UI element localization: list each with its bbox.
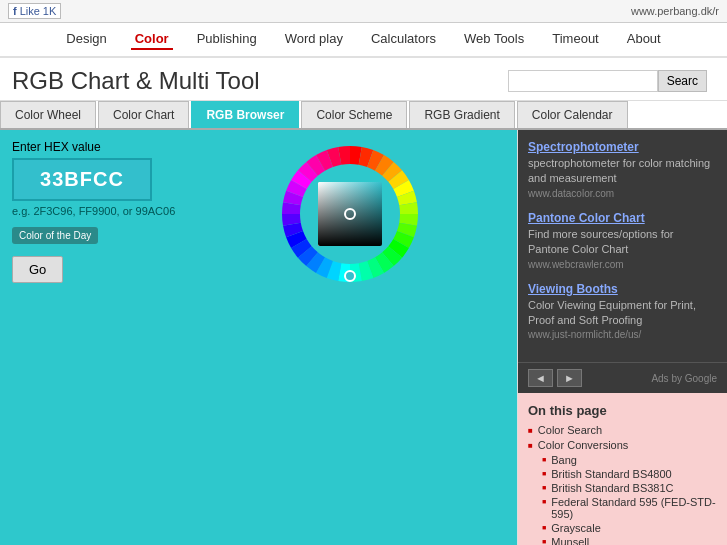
ad-url: www.webcrawler.com	[528, 259, 717, 270]
on-page-item[interactable]: ■British Standard BS381C	[528, 482, 717, 494]
nav-item-about[interactable]: About	[623, 29, 665, 50]
ads-by-label: Ads by Google	[651, 373, 717, 384]
ads-next-button[interactable]: ►	[557, 369, 582, 387]
on-page-item[interactable]: ■British Standard BS4800	[528, 468, 717, 480]
on-page-item[interactable]: ■Grayscale	[528, 522, 717, 534]
nav-item-color[interactable]: Color	[131, 29, 173, 50]
on-page-sub-label: Bang	[551, 454, 577, 466]
tab-color-wheel[interactable]: Color Wheel	[0, 101, 96, 128]
search-input[interactable]	[508, 70, 658, 92]
tab-color-chart[interactable]: Color Chart	[98, 101, 189, 128]
on-this-page-title: On this page	[528, 403, 717, 418]
ad-title[interactable]: Viewing Booths	[528, 282, 717, 296]
nav-item-calculators[interactable]: Calculators	[367, 29, 440, 50]
on-page-sub-label: British Standard BS381C	[551, 482, 673, 494]
hex-input[interactable]: 33BFCC	[12, 158, 152, 201]
color-wheel-area	[195, 140, 505, 287]
color-of-day-button[interactable]: Color of the Day	[12, 227, 98, 244]
ads-navigation: ◄ ► Ads by Google	[518, 362, 727, 393]
go-button[interactable]: Go	[12, 256, 63, 283]
svg-point-4[interactable]	[345, 271, 355, 281]
ad-item: Viewing Booths Color Viewing Equipment f…	[528, 282, 717, 341]
on-page-item[interactable]: ■Federal Standard 595 (FED-STD-595)	[528, 496, 717, 520]
ad-desc: spectrophotometer for color matching and…	[528, 156, 717, 187]
tab-rgb-browser[interactable]: RGB Browser	[191, 101, 299, 128]
on-page-item[interactable]: ■Color Conversions	[528, 439, 717, 451]
fb-count: 1K	[43, 5, 56, 17]
on-page-label: Color Search	[538, 424, 602, 436]
facebook-icon: f	[13, 5, 17, 17]
on-page-label: Color Conversions	[538, 439, 628, 451]
content-area: Enter HEX value 33BFCC e.g. 2F3C96, FF99…	[0, 130, 727, 545]
tabs-bar: Color WheelColor ChartRGB BrowserColor S…	[0, 101, 727, 130]
ad-desc: Find more sources/options for Pantone Co…	[528, 227, 717, 258]
on-page-sub-label: British Standard BS4800	[551, 468, 671, 480]
tab-rgb-gradient[interactable]: RGB Gradient	[409, 101, 514, 128]
svg-rect-2	[318, 182, 382, 246]
tab-color-calendar[interactable]: Color Calendar	[517, 101, 628, 128]
nav-item-web-tools[interactable]: Web Tools	[460, 29, 528, 50]
search-row: Searc	[500, 66, 715, 96]
on-this-page-section: On this page ■Color Search■Color Convers…	[518, 393, 727, 545]
ad-desc: Color Viewing Equipment for Print, Proof…	[528, 298, 717, 329]
fb-like-button[interactable]: f Like 1K	[8, 3, 61, 19]
on-page-item[interactable]: ■Munsell	[528, 536, 717, 545]
ad-item: Spectrophotometer spectrophotometer for …	[528, 140, 717, 199]
color-wheel-svg[interactable]	[280, 144, 420, 284]
nav-item-publishing[interactable]: Publishing	[193, 29, 261, 50]
tab-color-scheme[interactable]: Color Scheme	[301, 101, 407, 128]
nav-item-word-play[interactable]: Word play	[281, 29, 347, 50]
top-bar: f Like 1K www.perbang.dk/r	[0, 0, 727, 23]
on-page-sub-label: Grayscale	[551, 522, 601, 534]
ad-url: www.just-normlicht.de/us/	[528, 329, 717, 340]
nav-item-design[interactable]: Design	[62, 29, 110, 50]
page-title: RGB Chart & Multi Tool	[12, 67, 260, 95]
on-page-item[interactable]: ■Bang	[528, 454, 717, 466]
ad-item: Pantone Color Chart Find more sources/op…	[528, 211, 717, 270]
on-page-item[interactable]: ■Color Search	[528, 424, 717, 436]
fb-label: Like	[20, 5, 40, 17]
top-bar-left: f Like 1K	[8, 3, 61, 19]
search-button[interactable]: Searc	[658, 70, 707, 92]
ads-prev-button[interactable]: ◄	[528, 369, 553, 387]
right-sidebar: Spectrophotometer spectrophotometer for …	[517, 130, 727, 545]
nav-item-timeout[interactable]: Timeout	[548, 29, 602, 50]
on-this-page-list: ■Color Search■Color Conversions■Bang■Bri…	[528, 424, 717, 545]
ad-title[interactable]: Spectrophotometer	[528, 140, 717, 154]
main-navigation: DesignColorPublishingWord playCalculator…	[0, 23, 727, 58]
hex-example: e.g. 2F3C96, FF9900, or 99AC06	[12, 205, 175, 217]
ads-section: Spectrophotometer spectrophotometer for …	[518, 130, 727, 362]
on-page-sub-label: Federal Standard 595 (FED-STD-595)	[551, 496, 717, 520]
ad-url: www.datacolor.com	[528, 188, 717, 199]
left-panel: Enter HEX value 33BFCC e.g. 2F3C96, FF99…	[0, 130, 517, 545]
ad-title[interactable]: Pantone Color Chart	[528, 211, 717, 225]
site-url: www.perbang.dk/r	[631, 5, 719, 17]
hex-label: Enter HEX value	[12, 140, 175, 154]
on-page-sub-label: Munsell	[551, 536, 589, 545]
